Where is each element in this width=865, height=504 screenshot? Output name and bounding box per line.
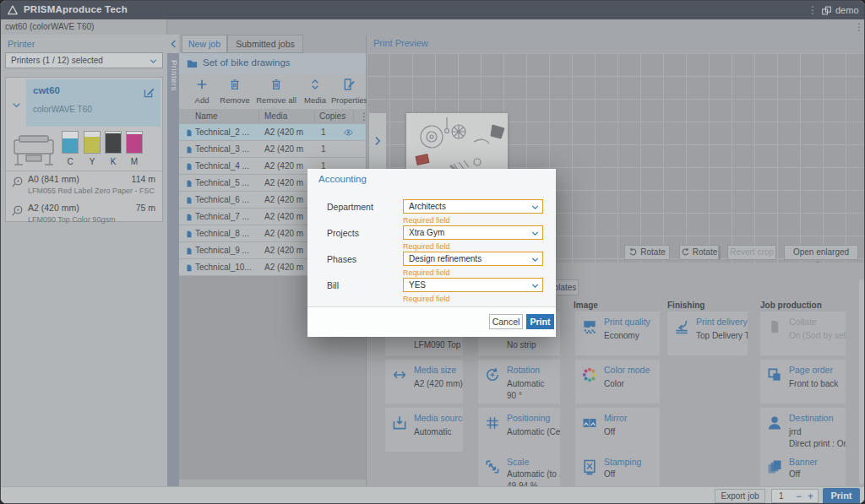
chevron-down-icon (530, 255, 540, 264)
chevron-down-icon (530, 229, 540, 238)
bill-label: Bill (327, 280, 339, 290)
bill-select[interactable]: YES (403, 278, 543, 292)
dialog-print-button[interactable]: Print (526, 314, 554, 329)
app-window: PRISMAproduce Tech ⋮ demo cwt60 (colorWA… (0, 0, 865, 504)
projects-select[interactable]: Xtra Gym (403, 225, 543, 240)
dialog-title: Accounting (318, 174, 367, 184)
projects-required-hint: Required field (403, 242, 450, 251)
chevron-down-icon (530, 281, 540, 290)
department-select[interactable]: Architects (403, 199, 543, 214)
projects-label: Projects (327, 228, 359, 238)
dialog-footer: Cancel Print (307, 306, 556, 337)
bill-required-hint: Required field (403, 295, 450, 303)
department-label: Department (327, 202, 373, 212)
accounting-dialog: Accounting Department Architects Require… (307, 169, 556, 337)
department-required-hint: Required field (403, 216, 450, 225)
chevron-down-icon (530, 203, 540, 212)
phases-required-hint: Required field (403, 268, 450, 277)
phases-label: Phases (327, 254, 356, 264)
phases-select[interactable]: Design refinements (403, 252, 543, 266)
cancel-button[interactable]: Cancel (489, 314, 523, 329)
